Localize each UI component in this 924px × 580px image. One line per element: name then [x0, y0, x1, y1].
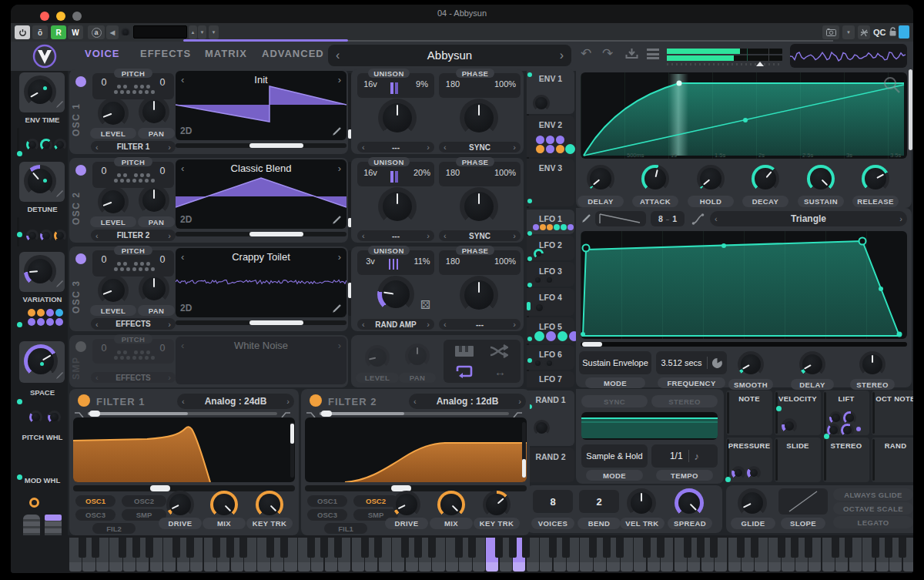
lfo-grid-box[interactable]: 8–1 — [651, 211, 685, 226]
save-preset-button[interactable] — [625, 48, 638, 60]
piano-key-black-22[interactable] — [374, 538, 382, 558]
pencil-icon[interactable] — [55, 371, 64, 380]
piano-key-black-3[interactable] — [119, 538, 126, 558]
voices-value[interactable]: 8 — [533, 490, 573, 513]
osc3-phase[interactable]: 180 — [441, 256, 464, 266]
tab-lfo3[interactable]: LFO 3 — [527, 262, 574, 287]
tab-env2[interactable]: ENV 2 — [527, 116, 574, 157]
sample-name[interactable]: White Noise — [176, 340, 346, 351]
filter1-cutoff-handle[interactable] — [150, 485, 170, 491]
sampler-level-knob[interactable] — [365, 345, 390, 370]
preset-dropdown-button[interactable]: ▼ — [209, 25, 219, 39]
piano-key-black-4[interactable] — [132, 538, 140, 558]
piano-key-black-61[interactable] — [899, 538, 906, 558]
lfo-grid-rows[interactable]: 8 — [658, 214, 663, 223]
osc2-wave-display[interactable]: Classic Blend ‹ › 2D — [176, 159, 346, 229]
piano-key-black-59[interactable] — [872, 538, 879, 558]
piano-key-black-17[interactable] — [307, 538, 315, 558]
preset-down-button[interactable]: ▼ — [198, 25, 206, 39]
filter2-blend-handle[interactable] — [321, 411, 332, 417]
osc1-power-indicator[interactable] — [75, 76, 86, 87]
piano-key-black-5[interactable] — [146, 538, 153, 558]
always-glide-toggle[interactable]: ALWAYS GLIDE — [833, 488, 913, 501]
wave-edit-pencil-icon[interactable] — [332, 126, 342, 136]
lfo-paint-pencil-icon[interactable] — [581, 213, 591, 223]
filter1-keytrk-knob[interactable] — [256, 491, 283, 518]
mod-source-stereo[interactable]: STEREO — [823, 438, 869, 482]
tab-advanced[interactable]: ADVANCED — [262, 48, 324, 59]
piano-key-black-7[interactable] — [172, 538, 180, 558]
rand-mode-value[interactable]: Sample & Hold — [581, 444, 648, 468]
lfo-shape-preview[interactable] — [595, 211, 646, 226]
piano-key-black-38[interactable] — [589, 538, 597, 558]
filter1-blend-handle[interactable] — [89, 411, 100, 417]
filter2-power-indicator[interactable] — [310, 394, 322, 407]
next-wave-arrow[interactable]: › — [338, 74, 341, 85]
osc1-wave-display[interactable]: Init ‹ › 2D — [176, 71, 346, 140]
piano-key-black-12[interactable] — [239, 538, 247, 558]
window-scrollbar[interactable] — [909, 69, 912, 150]
piano-key-black-18[interactable] — [320, 538, 328, 558]
filter2-model-selector[interactable]: ‹Analog : 12dB› — [409, 394, 526, 409]
osc3-wave-display[interactable]: Crappy Toilet ‹ › 2D — [176, 248, 346, 317]
piano-key-black-28[interactable] — [455, 538, 463, 558]
variation-macro-knob[interactable] — [24, 255, 56, 287]
lfo-stereo-knob[interactable] — [859, 351, 886, 377]
bend-value[interactable]: 2 — [579, 490, 619, 513]
env-display[interactable] — [581, 72, 907, 159]
automation-button[interactable]: a — [88, 25, 105, 39]
osc1-unison-dest-selector[interactable]: ‹---› — [357, 142, 434, 153]
piano-key-black-49[interactable] — [737, 538, 745, 558]
osc1-pan-knob[interactable] — [139, 96, 169, 127]
piano-key-black-1[interactable] — [92, 538, 99, 558]
back-button[interactable]: ◀ — [106, 25, 119, 39]
osc1-unison-knob[interactable] — [378, 99, 417, 137]
osc3-unison-voices[interactable]: 3v — [360, 256, 381, 266]
env-sustain-knob[interactable] — [807, 165, 835, 193]
piano-key-black-50[interactable] — [751, 538, 758, 558]
env-time-macro-knob[interactable] — [24, 75, 56, 108]
piano-key-black-10[interactable] — [213, 538, 220, 558]
mod-source-oct-note[interactable]: OCT NOTE — [872, 391, 913, 435]
sampler-display[interactable]: White Noise ‹ › — [176, 337, 346, 384]
piano-key-black-39[interactable] — [603, 538, 611, 558]
prev-preset-arrow[interactable]: ‹ — [336, 49, 340, 62]
legato-toggle[interactable]: LEGATO — [833, 516, 913, 528]
power-button[interactable] — [15, 25, 30, 39]
rand-sync-toggle[interactable]: SYNC — [581, 395, 648, 407]
piano-key-black-25[interactable] — [414, 538, 422, 558]
tab-lfo1[interactable]: LFO 1 — [527, 210, 574, 234]
tab-env3[interactable]: ENV 3 — [527, 159, 574, 206]
osc3-unison-detune[interactable]: 11% — [411, 256, 433, 266]
menu-button[interactable] — [647, 49, 659, 59]
detune-macro-knob[interactable] — [24, 165, 56, 197]
filter1-model-selector[interactable]: ‹Analog : 24dB› — [177, 394, 294, 409]
osc3-phase-knob[interactable] — [460, 276, 498, 314]
osc3-pitch-semitones[interactable]: 0 — [95, 254, 112, 265]
env-attack-knob[interactable] — [641, 165, 669, 193]
filter1-power-indicator[interactable] — [78, 394, 90, 407]
slope-display[interactable] — [778, 488, 828, 515]
osc3-unison-dest-selector[interactable]: ‹RAND AMP› — [357, 319, 434, 330]
piano-key-black-57[interactable] — [845, 538, 852, 558]
osc2-unison-knob[interactable] — [378, 187, 417, 226]
lfo-scrollbar[interactable] — [581, 342, 907, 347]
preset-browser[interactable]: ‹ Abbysun › — [328, 45, 571, 66]
wave-edit-pencil-icon[interactable] — [332, 215, 342, 225]
piano-key-black-19[interactable] — [334, 538, 342, 558]
osc2-unison-voices[interactable]: 16v — [360, 168, 381, 177]
lfo-smooth-knob[interactable] — [738, 351, 764, 377]
osc2-pan-knob[interactable] — [139, 185, 169, 216]
qc-label[interactable]: QC — [873, 28, 886, 37]
sync-pie-icon[interactable] — [712, 358, 722, 368]
lock-icon[interactable] — [889, 27, 897, 37]
preset-name[interactable]: Abbysun — [351, 49, 548, 62]
filter1-drive-knob[interactable] — [166, 491, 194, 518]
tab-lfo6[interactable]: LFO 6 — [527, 345, 574, 370]
filter2-route-osc3[interactable]: OSC3 — [307, 509, 347, 521]
osc1-phase[interactable]: 180 — [441, 79, 464, 89]
osc1-phase-rand[interactable]: 100% — [492, 79, 518, 89]
piano-key-black-26[interactable] — [428, 538, 436, 558]
piano-key-black-36[interactable] — [562, 538, 570, 558]
rand-display[interactable] — [581, 412, 718, 440]
